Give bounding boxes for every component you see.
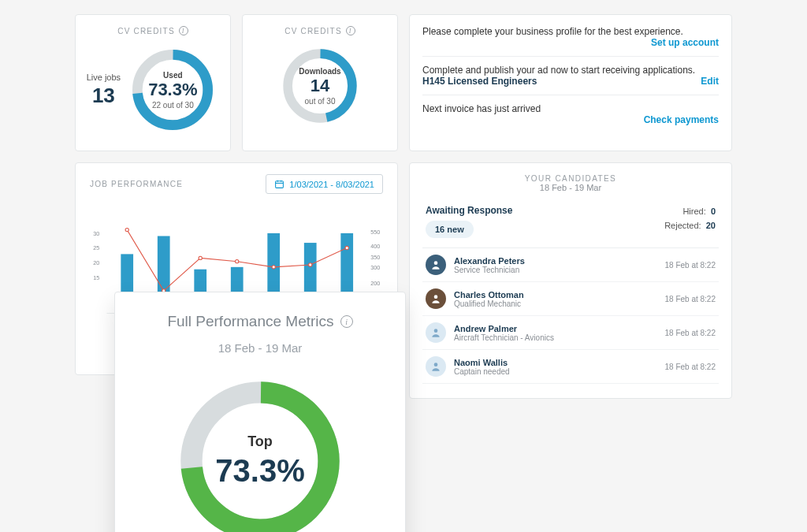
candidate-row[interactable]: Naomi Wallis Captain needed 18 Feb at 8:… (422, 350, 719, 384)
awaiting-right: Hired: 0 Rejected: 20 (664, 205, 716, 233)
candidate-name: Naomi Wallis (454, 358, 657, 367)
candidate-row[interactable]: Andrew Palmer Aircraft Technician - Avio… (422, 316, 719, 350)
donut-value: 14 (311, 76, 329, 96)
live-jobs-value: 13 (87, 84, 121, 108)
check-payments-link[interactable]: Check payments (644, 114, 719, 125)
title-text: CV CREDITS (284, 27, 342, 35)
donut-sub: out of 30 (305, 97, 336, 106)
candidate-name: Charles Ottoman (454, 290, 657, 299)
svg-point-16 (125, 228, 128, 231)
candidate-row[interactable]: Alexandra Peters Service Technician 18 F… (422, 248, 719, 282)
metrics-range: 18 Feb - 19 Mar (134, 341, 386, 355)
metrics-title: Full Performance Metrics (167, 313, 333, 330)
candidate-time: 18 Feb at 8:22 (665, 261, 716, 270)
y-left-tick: 20 (93, 260, 99, 266)
setup-account-link[interactable]: Set up account (651, 37, 719, 48)
candidate-time: 18 Feb at 8:22 (665, 329, 716, 337)
downloads-donut: Downloads 14 out of 30 (277, 43, 363, 128)
svg-point-18 (199, 256, 202, 259)
date-range-text: 1/03/2021 - 8/03/2021 (289, 180, 374, 189)
live-jobs-stat: Live jobs 13 (87, 73, 121, 108)
candidate-role: Qualified Mechanic (454, 299, 657, 308)
info-icon[interactable]: i (179, 26, 188, 35)
donut-label: Used (163, 71, 182, 80)
user-icon (430, 293, 441, 304)
perf-title: JOB PERFORMANCE (90, 180, 183, 188)
svg-point-26 (434, 363, 438, 366)
candidate-role: Captain needed (454, 367, 657, 376)
rejected-label: Rejected: (664, 221, 701, 230)
edit-link[interactable]: Edit (701, 76, 719, 87)
used-donut: Used 73.3% 22 out of 30 (126, 43, 219, 136)
cv-credits-used-card: CV CREDITS i Live jobs 13 Used 73.3% (75, 14, 231, 151)
hired-value: 0 (711, 206, 716, 216)
donut-center: Top 73.3% (169, 370, 351, 532)
donut-center: Downloads 14 out of 30 (277, 43, 363, 128)
candidate-name: Alexandra Peters (454, 256, 657, 266)
avatar (426, 356, 446, 377)
candidates-range: 18 Feb - 19 Mar (422, 183, 719, 192)
perf-header: JOB PERFORMANCE 1/03/2021 - 8/03/2021 (90, 174, 383, 194)
svg-point-24 (434, 295, 438, 299)
candidate-role: Service Technician (454, 266, 657, 274)
live-jobs-label: Live jobs (87, 73, 121, 82)
donut-label: Top (247, 433, 273, 450)
user-icon (430, 361, 441, 372)
candidate-time: 18 Feb at 8:22 (665, 363, 716, 371)
svg-point-20 (272, 266, 275, 269)
candidates-title: YOUR CANDIDATES (422, 174, 719, 183)
candidate-info: Alexandra Peters Service Technician (454, 256, 657, 274)
notice-item: Please complete your business profile fo… (422, 18, 719, 57)
info-icon[interactable]: i (346, 26, 355, 35)
candidates-card: YOUR CANDIDATES 18 Feb - 19 Mar Awaiting… (409, 162, 732, 399)
candidate-info: Charles Ottoman Qualified Mechanic (454, 290, 657, 308)
donut-sub: 22 out of 30 (152, 101, 194, 110)
awaiting-row: Awaiting Response 16 new Hired: 0 Reject… (422, 200, 719, 248)
avatar (426, 255, 446, 275)
notice-text: Please complete your business profile fo… (422, 26, 683, 37)
card-title: CV CREDITS i (84, 26, 222, 35)
y-right-tick: 350 (370, 255, 380, 261)
svg-point-19 (236, 260, 239, 263)
full-performance-metrics-card: Full Performance Metrics i 18 Feb - 19 M… (114, 292, 406, 532)
cv-credits-downloads-card: CV CREDITS i Downloads 14 out of 30 (242, 14, 398, 151)
y-right-tick: 550 (370, 229, 380, 236)
candidate-info: Naomi Wallis Captain needed (454, 358, 657, 376)
svg-point-23 (434, 261, 438, 265)
y-right-tick: 200 (370, 281, 380, 287)
top-left-row: CV CREDITS i Live jobs 13 Used 73.3% (75, 14, 398, 151)
cv-body: Downloads 14 out of 30 (251, 43, 389, 128)
user-icon (430, 327, 441, 338)
info-icon[interactable]: i (340, 315, 353, 328)
calendar-icon (274, 179, 284, 189)
donut-label: Downloads (299, 67, 340, 76)
candidate-row[interactable]: Charles Ottoman Qualified Mechanic 18 Fe… (422, 282, 719, 316)
donut-center: Used 73.3% 22 out of 30 (126, 43, 219, 136)
notice-item: Next invoice has just arrived Check paym… (422, 95, 719, 133)
donut-value: 73.3% (215, 453, 304, 489)
rejected-value: 20 (706, 221, 716, 230)
y-right-tick: 300 (370, 265, 380, 271)
avatar (426, 288, 446, 309)
notices-card: Please complete your business profile fo… (409, 14, 732, 151)
card-title: CV CREDITS i (251, 26, 389, 35)
awaiting-left: Awaiting Response 16 new (426, 205, 512, 238)
notice-text: Complete and publish your ad now to star… (422, 65, 695, 76)
awaiting-label: Awaiting Response (426, 205, 512, 216)
y-left-tick: 25 (93, 245, 99, 251)
date-range-picker[interactable]: 1/03/2021 - 8/03/2021 (266, 174, 383, 194)
notice-text: Next invoice has just arrived (422, 103, 541, 114)
notice-bold[interactable]: H145 Licensed Engineers (422, 76, 537, 87)
metrics-donut: Top 73.3% (169, 370, 351, 532)
candidate-info: Andrew Palmer Aircraft Technician - Avio… (454, 324, 657, 342)
svg-point-22 (345, 246, 348, 249)
donut-value: 73.3% (148, 80, 197, 100)
new-badge[interactable]: 16 new (426, 221, 474, 238)
title-text: CV CREDITS (117, 27, 175, 35)
hired-label: Hired: (682, 206, 705, 216)
svg-rect-4 (276, 181, 284, 188)
user-icon (430, 259, 441, 270)
y-left-tick: 15 (93, 275, 99, 281)
cv-body: Live jobs 13 Used 73.3% 22 out of 30 (84, 43, 222, 136)
notice-item: Complete and publish your ad now to star… (422, 57, 719, 95)
